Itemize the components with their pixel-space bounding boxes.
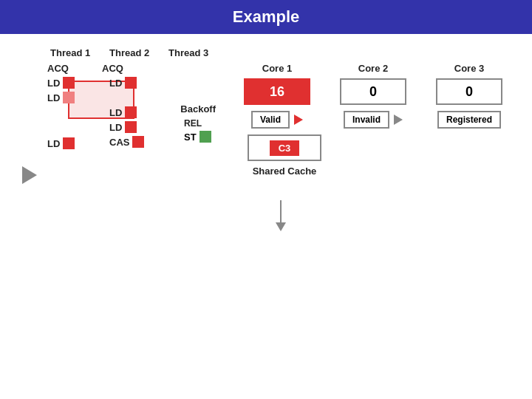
st-row: ST	[184, 131, 211, 143]
vert-arrow	[276, 200, 286, 231]
rel-st-area: REL ST	[184, 118, 211, 143]
core1-arrow	[294, 115, 303, 125]
thread1-ld1: LD	[47, 77, 75, 89]
thread2-ld2: LD	[109, 106, 137, 118]
core3-value: 0	[436, 78, 502, 105]
core1-status: Valid	[251, 111, 290, 129]
thread2-ld3-cas: LD	[109, 121, 137, 133]
cache-box: C3	[248, 134, 321, 161]
core3-status-row: Registered	[437, 111, 501, 129]
thread2-ld1: LD	[109, 77, 137, 89]
core2-label: Core 2	[358, 63, 388, 74]
core1-status-row: Valid	[251, 111, 303, 129]
core3-block: Core 3 0 Registered	[429, 63, 510, 129]
core2-arrow	[394, 115, 403, 125]
thread2-label: Thread 2	[109, 47, 168, 58]
core3-label: Core 3	[454, 63, 484, 74]
core3-status: Registered	[437, 111, 501, 129]
thread2-column: ACQ LD LD LD CAS	[102, 63, 161, 151]
core1-block: Core 1 16 Valid	[236, 63, 318, 129]
thread1-column: ACQ LD LD LD	[47, 63, 99, 152]
core1-value: 16	[244, 78, 310, 105]
thread1-label: Thread 1	[50, 47, 109, 58]
thread3-label: Thread 3	[168, 47, 228, 58]
thread1-acq: ACQ	[47, 63, 69, 74]
thread1-ld3: LD	[47, 137, 75, 149]
thread1-ld2: LD	[47, 92, 75, 103]
core2-status-row: Invalid	[344, 111, 403, 129]
left-arrow	[22, 166, 37, 184]
backoff-label: Backoff	[180, 103, 216, 115]
cores-section: Core 1 16 Valid Core 2 0 Invalid Core 3	[236, 63, 510, 129]
cache-item: C3	[270, 140, 300, 156]
core2-block: Core 2 0 Invalid	[332, 63, 414, 129]
thread2-cas: CAS	[109, 136, 144, 148]
core1-label: Core 1	[262, 63, 292, 74]
thread2-acq: ACQ	[102, 63, 123, 74]
rel-label: REL	[184, 118, 211, 129]
page-title: Example	[0, 0, 532, 34]
core2-value: 0	[340, 78, 406, 105]
core2-status: Invalid	[344, 111, 389, 129]
shared-cache-label: Shared Cache	[253, 166, 317, 177]
shared-cache-section: C3 Shared Cache	[248, 134, 321, 177]
